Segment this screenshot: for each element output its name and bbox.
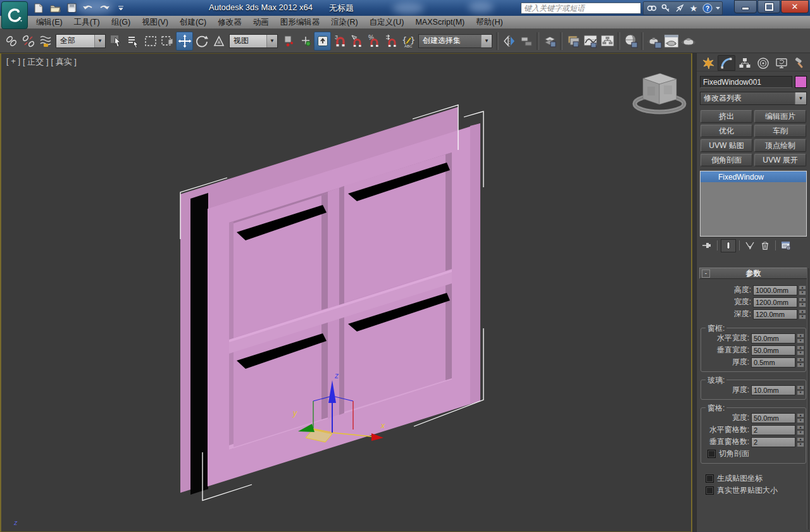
viewport-menu-pov[interactable]: [ 正交 ] — [23, 56, 48, 68]
material-editor-icon[interactable] — [622, 32, 639, 51]
horiz-panes-field[interactable]: 2 — [751, 425, 795, 435]
save-file-icon[interactable] — [65, 2, 78, 15]
subscription-key-icon[interactable] — [659, 3, 672, 14]
select-by-name-icon[interactable] — [125, 32, 142, 51]
spinner-snap-icon[interactable] — [382, 32, 399, 51]
infocenter-search-input[interactable] — [521, 3, 641, 14]
manage-scene-states-icon[interactable] — [564, 32, 582, 51]
viewport-menu-general[interactable]: [ + ] — [6, 56, 20, 68]
optimize-button[interactable]: 优化 — [701, 125, 752, 137]
menu-create[interactable]: 创建(C) — [174, 16, 212, 28]
select-and-move-button[interactable] — [176, 32, 193, 51]
tab-create[interactable] — [699, 55, 717, 71]
show-end-result-icon[interactable] — [721, 239, 736, 252]
vert-panes-field[interactable]: 2 — [751, 437, 795, 447]
redo-icon[interactable] — [97, 2, 111, 15]
angle-snap-icon[interactable] — [348, 32, 365, 51]
menu-views[interactable]: 视图(V) — [136, 16, 174, 28]
menu-rendering[interactable]: 渲染(R) — [325, 16, 363, 28]
remove-modifier-icon[interactable] — [758, 240, 772, 252]
selection-filter-dropdown[interactable]: 全部 ▼ — [56, 34, 106, 48]
frame-thickness-field[interactable]: 0.5mm — [751, 357, 795, 368]
use-pivot-point-center-icon[interactable] — [280, 32, 297, 51]
height-field[interactable]: 1000.0mm — [753, 285, 797, 295]
window-crossing-icon[interactable] — [159, 32, 176, 51]
parameters-rollout-header[interactable]: - 参数 — [699, 268, 807, 279]
rollout-collapse-icon[interactable]: - — [702, 269, 710, 278]
render-production-icon[interactable] — [680, 32, 697, 51]
pin-stack-icon[interactable] — [700, 240, 714, 252]
vert-width-spinner[interactable]: ▲▼ — [797, 345, 804, 356]
mirror-icon[interactable] — [501, 32, 518, 51]
schematic-view-icon[interactable] — [599, 32, 616, 51]
application-menu-button[interactable] — [1, 1, 28, 29]
help-icon[interactable]: ? — [701, 3, 714, 14]
viewport-menu-shading[interactable]: [ 真实 ] — [51, 56, 77, 68]
tab-modify[interactable] — [718, 55, 735, 71]
tab-display[interactable] — [773, 55, 790, 71]
named-selection-sets-dropdown[interactable]: 创建选择集 ▼ — [418, 34, 492, 48]
modifier-list-arrow-icon[interactable]: ▼ — [795, 92, 806, 104]
layer-manager-icon[interactable] — [541, 32, 558, 51]
curve-editor-icon[interactable] — [582, 32, 599, 51]
menu-tools[interactable]: 工具(T) — [68, 16, 106, 28]
vert-width-field[interactable]: 50.0mm — [751, 345, 795, 356]
select-and-scale-icon[interactable] — [210, 32, 227, 51]
configure-modifier-sets-icon[interactable] — [779, 240, 793, 252]
render-setup-icon[interactable] — [645, 32, 663, 51]
align-icon[interactable] — [518, 32, 535, 51]
lathe-button[interactable]: 车削 — [754, 125, 806, 137]
reference-coordinate-arrow-icon[interactable]: ▼ — [266, 35, 277, 47]
rectangular-selection-region-icon[interactable] — [142, 32, 159, 51]
real-world-map-size-checkbox[interactable] — [706, 486, 714, 495]
maximize-button[interactable] — [757, 0, 780, 13]
horiz-panes-spinner[interactable]: ▲▼ — [797, 425, 804, 435]
menu-maxscript[interactable]: MAXScript(M) — [409, 16, 470, 28]
reference-coordinate-dropdown[interactable]: 视图 ▼ — [229, 34, 278, 48]
uvw-map-button[interactable]: UVW 贴图 — [701, 139, 752, 152]
width-spinner[interactable]: ▲▼ — [799, 297, 806, 307]
keyboard-shortcut-override-button[interactable] — [314, 32, 331, 51]
object-name-field[interactable]: FixedWindow001 — [700, 76, 792, 88]
vertex-paint-button[interactable]: 顶点绘制 — [754, 139, 806, 152]
tab-motion[interactable] — [754, 55, 772, 71]
close-button[interactable]: ✕ — [781, 0, 809, 13]
quick-access-more-icon[interactable] — [114, 2, 128, 15]
menu-graph-editors[interactable]: 图形编辑器 — [275, 16, 326, 28]
percent-snap-icon[interactable]: % — [365, 32, 382, 51]
communication-center-icon[interactable] — [673, 3, 686, 14]
viewcube[interactable] — [635, 73, 684, 112]
select-and-link-icon[interactable] — [3, 32, 20, 51]
minimize-button[interactable] — [734, 0, 757, 13]
make-unique-icon[interactable] — [743, 240, 757, 252]
menu-modifiers[interactable]: 修改器 — [212, 16, 247, 28]
menu-edit[interactable]: 编辑(E) — [30, 16, 68, 28]
object-color-swatch[interactable] — [795, 76, 807, 88]
glass-thickness-spinner[interactable]: ▲▼ — [797, 385, 804, 395]
bevel-profile-button[interactable]: 倒角剖面 — [701, 154, 752, 166]
frame-thickness-spinner[interactable]: ▲▼ — [797, 357, 804, 368]
menu-customize[interactable]: 自定义(U) — [364, 16, 410, 28]
menu-help[interactable]: 帮助(H) — [470, 16, 508, 28]
search-icon[interactable] — [645, 3, 658, 14]
chamfered-profile-checkbox[interactable] — [707, 450, 716, 458]
horiz-width-spinner[interactable]: ▲▼ — [797, 333, 804, 343]
height-spinner[interactable]: ▲▼ — [799, 285, 806, 295]
depth-spinner[interactable]: ▲▼ — [799, 309, 806, 319]
depth-field[interactable]: 120.0mm — [753, 309, 797, 319]
select-and-manipulate-icon[interactable] — [297, 32, 314, 51]
unwrap-uvw-button[interactable]: UVW 展开 — [754, 154, 806, 166]
unlink-selection-icon[interactable] — [20, 32, 37, 51]
snaps-toggle-3d-icon[interactable]: 3 — [331, 32, 348, 51]
infocenter-search[interactable] — [521, 2, 641, 13]
glass-thickness-field[interactable]: 10.0mm — [751, 385, 795, 395]
rendered-frame-window-icon[interactable] — [663, 32, 680, 51]
viewport[interactable]: x y z [ + ] [ 正交 ] [ 真实 ] z — [0, 53, 692, 532]
named-selection-sets-arrow-icon[interactable]: ▼ — [481, 35, 492, 47]
width-field[interactable]: 1200.0mm — [753, 297, 797, 307]
menu-animation[interactable]: 动画 — [247, 16, 275, 28]
horiz-width-field[interactable]: 50.0mm — [751, 333, 795, 343]
edit-named-selection-sets-icon[interactable]: {}ABC — [399, 32, 416, 51]
favorites-star-icon[interactable]: ★ — [687, 3, 700, 14]
extrude-button[interactable]: 挤出 — [701, 110, 752, 123]
